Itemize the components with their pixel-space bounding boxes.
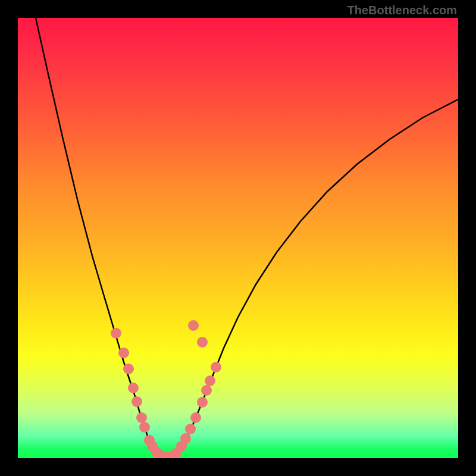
data-point xyxy=(123,364,134,374)
data-point xyxy=(128,383,139,393)
data-point xyxy=(211,362,221,372)
data-point xyxy=(188,320,199,331)
data-point xyxy=(131,396,142,407)
data-point xyxy=(180,433,191,444)
chart-frame: TheBottleneck.com xyxy=(0,0,476,476)
data-point xyxy=(185,424,196,434)
data-point xyxy=(197,397,208,408)
data-point xyxy=(139,422,150,433)
data-point xyxy=(201,385,212,396)
border-right xyxy=(458,0,476,476)
watermark-text: TheBottleneck.com xyxy=(347,4,457,17)
border-bottom xyxy=(0,458,476,476)
data-point xyxy=(190,412,201,423)
border-left xyxy=(0,0,18,476)
data-point xyxy=(205,375,215,386)
chart-svg xyxy=(18,18,458,458)
data-point xyxy=(136,412,147,423)
data-points-group xyxy=(111,320,221,458)
data-point xyxy=(118,347,129,358)
data-point xyxy=(111,328,121,339)
bottleneck-curve xyxy=(36,18,458,457)
data-point xyxy=(197,337,208,347)
